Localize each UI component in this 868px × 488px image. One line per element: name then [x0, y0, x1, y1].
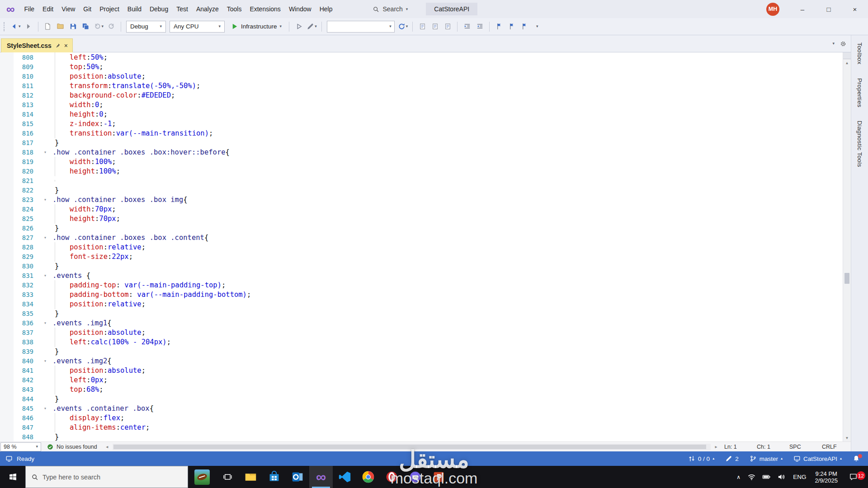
issues-indicator[interactable]: No issues found [42, 444, 103, 450]
new-file-button[interactable] [42, 21, 54, 33]
code-line-819[interactable]: 819width:100%; [0, 157, 843, 166]
tray-expand-chevron[interactable]: ∧ [733, 474, 744, 480]
menu-window[interactable]: Window [285, 3, 316, 15]
taskbar-app-opera[interactable] [380, 466, 403, 488]
account-avatar[interactable]: MH [766, 3, 779, 16]
solution-platforms-dropdown[interactable]: Any CPU▾ [170, 21, 225, 33]
background-tasks-icon[interactable] [5, 455, 13, 462]
outline-collapse-icon[interactable]: ▾ [38, 197, 52, 202]
taskbar-app-file-explorer[interactable] [239, 466, 262, 488]
pin-icon[interactable] [55, 43, 61, 48]
tab-close-icon[interactable]: × [64, 42, 68, 49]
outline-collapse-icon[interactable]: ▾ [38, 406, 52, 411]
tool-tab-toolbox[interactable]: Toolbox [856, 42, 863, 65]
code-line-839[interactable]: 839} [0, 347, 843, 356]
code-line-818[interactable]: 818▾.how .container .boxes .box:hover::b… [0, 147, 843, 157]
action-center-button[interactable]: 12 [842, 473, 866, 481]
tool-tab-diagnostic-tools[interactable]: Diagnostic Tools [856, 121, 863, 167]
refresh-button[interactable]: ▾ [397, 21, 409, 33]
taskbar-app-powerpoint[interactable] [427, 466, 450, 488]
code-line-830[interactable]: 830} [0, 261, 843, 271]
code-line-816[interactable]: 816transition:var(--main-transition); [0, 128, 843, 138]
minimize-button[interactable]: – [789, 0, 816, 18]
outline-collapse-icon[interactable]: ▾ [38, 358, 52, 363]
notifications-bell[interactable] [853, 455, 860, 462]
language-indicator[interactable]: ENG [789, 474, 810, 480]
editor-split-handle[interactable] [843, 52, 851, 59]
battery-icon[interactable] [762, 473, 771, 481]
code-line-817[interactable]: 817} [0, 138, 843, 147]
taskbar-clock[interactable]: 9:24 PM 2/9/2025 [810, 470, 842, 484]
code-line-832[interactable]: 832padding-top: var(--main-padding-top); [0, 280, 843, 290]
outline-collapse-icon[interactable]: ▾ [38, 273, 52, 278]
menu-project[interactable]: Project [95, 3, 123, 15]
close-button[interactable]: × [842, 0, 868, 18]
start-debugging-button[interactable]: Infrastructure ▾ [227, 21, 285, 33]
menu-view[interactable]: View [57, 3, 79, 15]
taskbar-app-vscode[interactable] [333, 466, 356, 488]
open-file-button[interactable] [55, 21, 66, 33]
tab-stylesheet-css[interactable]: StyleSheet.css × [1, 38, 73, 52]
widgets-button[interactable] [188, 466, 216, 488]
menu-file[interactable]: File [20, 3, 39, 15]
code-line-834[interactable]: 834position:relative; [0, 299, 843, 309]
scrollbar-thumb[interactable] [844, 273, 849, 284]
start-without-debugging-button[interactable] [293, 21, 305, 33]
taskbar-search-input[interactable] [42, 474, 182, 481]
save-all-button[interactable] [80, 21, 92, 33]
outline-collapse-icon[interactable]: ▾ [38, 320, 52, 325]
save-button[interactable] [67, 21, 79, 33]
outline-collapse-icon[interactable]: ▾ [38, 235, 52, 240]
horizontal-scrollbar[interactable] [113, 444, 711, 450]
navigate-forward-button[interactable] [23, 21, 34, 33]
code-line-831[interactable]: 831▾.events { [0, 271, 843, 280]
code-line-823[interactable]: 823▾.how .container .boxes .box img{ [0, 195, 843, 204]
taskbar-app-outlook[interactable] [286, 466, 309, 488]
undo-button[interactable]: ▾ [93, 21, 105, 33]
code-line-811[interactable]: 811transform:translate(-50%,-50%); [0, 81, 843, 90]
code-line-824[interactable]: 824width:70px; [0, 204, 843, 214]
sync-document-button[interactable] [442, 21, 453, 33]
pending-edits[interactable]: 2 [725, 455, 739, 462]
code-line-833[interactable]: 833padding-bottom: var(--main-padding-bo… [0, 290, 843, 299]
document-list-dropdown-icon[interactable]: ▾ [832, 42, 835, 46]
code-line-837[interactable]: 837position:absolute; [0, 328, 843, 337]
code-line-822[interactable]: 822} [0, 185, 843, 195]
taskbar-app-store[interactable] [262, 466, 286, 488]
menu-help[interactable]: Help [316, 3, 337, 15]
code-line-814[interactable]: 814height:0; [0, 109, 843, 119]
outdent-button[interactable] [474, 21, 486, 33]
task-view-button[interactable] [216, 466, 239, 488]
hscrollbar-thumb[interactable] [113, 445, 706, 449]
code-line-827[interactable]: 827▾.how .container .boxes .box .content… [0, 233, 843, 242]
previous-bookmark-button[interactable] [506, 21, 518, 33]
toolbar-search-combobox[interactable]: ▾ [327, 21, 395, 33]
taskbar-search-box[interactable] [25, 466, 188, 488]
indent-button[interactable] [461, 21, 473, 33]
menu-extensions[interactable]: Extensions [245, 3, 284, 15]
repository-picker[interactable]: CatStoreAPI ▴ [793, 455, 842, 462]
toolbar-grip[interactable] [4, 22, 6, 31]
vertical-scrollbar[interactable]: ▲ ▼ [843, 52, 851, 441]
toolbar-combobox-input[interactable] [310, 23, 389, 30]
code-line-844[interactable]: 844} [0, 394, 843, 404]
outline-collapse-icon[interactable]: ▾ [38, 150, 52, 155]
code-line-825[interactable]: 825height:70px; [0, 214, 843, 223]
code-line-826[interactable]: 826} [0, 223, 843, 233]
menu-git[interactable]: Git [79, 3, 95, 15]
menu-debug[interactable]: Debug [146, 3, 172, 15]
menu-test[interactable]: Test [172, 3, 192, 15]
code-line-810[interactable]: 810position:absolute; [0, 71, 843, 81]
code-line-845[interactable]: 845▾.events .container .box{ [0, 404, 843, 413]
code-line-815[interactable]: 815z-index:-1; [0, 119, 843, 128]
code-line-829[interactable]: 829font-size:22px; [0, 252, 843, 261]
toggle-bookmark-button[interactable] [493, 21, 505, 33]
menu-analyze[interactable]: Analyze [192, 3, 223, 15]
code-line-812[interactable]: 812background-color:#EDEDED; [0, 90, 843, 100]
search-control[interactable]: Search ▾ [368, 4, 412, 14]
code-line-838[interactable]: 838left:calc(100% - 204px); [0, 337, 843, 347]
wifi-icon[interactable] [747, 473, 756, 481]
code-line-843[interactable]: 843top:68%; [0, 385, 843, 394]
scroll-down-arrow[interactable]: ▼ [843, 434, 851, 441]
code-line-820[interactable]: 820height:100%; [0, 166, 843, 176]
